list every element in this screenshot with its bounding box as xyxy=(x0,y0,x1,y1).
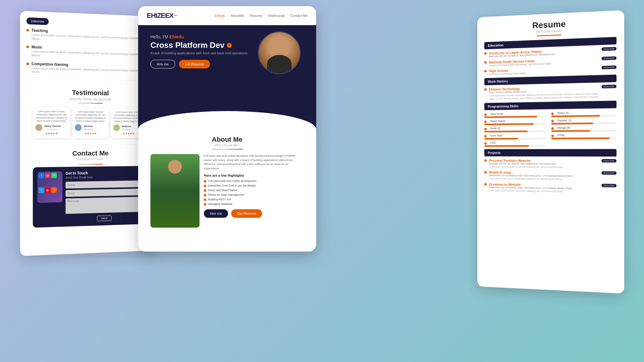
highlight-text-2: Interactive Front End as per the design xyxy=(208,184,256,187)
bullet-dot xyxy=(26,29,29,31)
instagram-icon: ◎ xyxy=(45,173,50,179)
education-entry-1: University of Legon Accra, Ghana BACHELO… xyxy=(484,47,617,58)
avatar-1 xyxy=(35,124,42,131)
skill-bar-expressjs xyxy=(551,122,593,124)
skill-label-nodejs: Node JS xyxy=(490,127,500,130)
about-sub: Why Choose Me? xyxy=(150,144,304,147)
skill-bar-reactnative xyxy=(484,123,534,125)
youtube-icon: ▶ xyxy=(45,187,50,193)
section-underline xyxy=(78,103,103,104)
test-text-1: Lorem ipsum dolor sit amet, consectetur … xyxy=(35,110,67,122)
nav-resume[interactable]: Resume xyxy=(250,14,262,17)
skill-javascript: Java Script xyxy=(484,112,546,118)
message-textarea[interactable] xyxy=(66,197,142,214)
projects-header: Projects xyxy=(484,149,617,156)
skill-bar-nodejs xyxy=(484,130,528,132)
name-input[interactable] xyxy=(66,180,142,188)
about-person-image xyxy=(150,154,200,228)
highlight-text-6: Managing database xyxy=(208,202,232,206)
test-text-2: Lorem ipsum dolor sit amet, consectetur … xyxy=(75,110,106,123)
center-panel-card: EHIZEEX~ Ehiedu AboutMe Resume Testimoni… xyxy=(138,6,316,252)
highlight-text-1: Full stack web and mobile development xyxy=(208,179,257,183)
nav-aboutme[interactable]: AboutMe xyxy=(231,14,244,17)
hire-me-button[interactable]: Hire me xyxy=(150,60,175,68)
skill-bar-css xyxy=(484,145,529,147)
skill-label-javascript: Java Script xyxy=(490,112,503,115)
skill-dot xyxy=(484,135,487,137)
submit-button[interactable]: Send xyxy=(97,215,111,221)
skill-bar-mongodb xyxy=(551,130,590,132)
highlights-title: Here are a few Highlights xyxy=(204,174,304,177)
contact-title: Contact Me xyxy=(33,149,146,158)
project-dot xyxy=(484,171,487,174)
project-title-1: Personal Portfolio Website xyxy=(489,159,601,163)
highlight-text-3: React and React Native xyxy=(208,189,237,192)
skills-header: Programming Skills xyxy=(484,101,617,110)
skill-reactnative: React Native xyxy=(484,119,546,125)
project-sub-1: BACHELOR OF SCIENCE: INFORMATION TECHNOL… xyxy=(489,162,601,166)
skill-dot xyxy=(551,127,554,129)
interest-music: Music Lorem ipsum dolor sit amet, consec… xyxy=(26,45,152,60)
avatar-name-2: Michael xyxy=(83,125,93,128)
skill-dot xyxy=(484,113,487,116)
skill-label-expressjs: Express JS xyxy=(557,119,572,122)
twitter-icon: t xyxy=(39,187,45,193)
skill-corejava: Core Java xyxy=(484,134,546,140)
skill-dot xyxy=(551,134,554,137)
nav-testimonial[interactable]: Testimonial xyxy=(268,14,285,17)
skill-label-corejava: Core Java xyxy=(490,134,502,137)
right-panel-card: Resume My Full Bio Details Education Uni… xyxy=(477,10,624,294)
highlight-6: Managing database xyxy=(204,202,304,206)
entry-dot xyxy=(484,61,487,64)
entry-dot xyxy=(484,88,487,91)
about-text: Full stack web and mobile developer with… xyxy=(204,154,304,228)
about-content: Full stack web and mobile developer with… xyxy=(150,154,304,228)
hero-title-text: Cross Platform Dev xyxy=(150,40,224,50)
project-desc-2: Lorem ipsum dolor sit amet, consectetur … xyxy=(489,177,601,181)
about-hire-button[interactable]: Hire me xyxy=(204,209,228,218)
about-description: Full stack web and mobile developer with… xyxy=(204,154,304,171)
project-1: Personal Portfolio Website BACHELOR OF S… xyxy=(484,159,617,169)
bullet-dot xyxy=(26,63,29,65)
contact-underline xyxy=(78,164,103,165)
get-resume-button[interactable]: Get Resume xyxy=(179,60,210,68)
about-resume-button[interactable]: Get Resume xyxy=(231,209,262,218)
whatsapp-icon: W xyxy=(51,172,57,178)
hero-avatar xyxy=(258,31,301,74)
nav-contact[interactable]: Contact Me xyxy=(290,14,308,17)
skill-css: CSS xyxy=(484,141,546,147)
skill-dot xyxy=(551,120,554,122)
get-in-touch-box: f ◎ W t ▶ r Get In Touch Send Your Email… xyxy=(33,166,146,228)
facebook-icon: f xyxy=(39,173,45,179)
highlight-dot xyxy=(204,185,206,187)
highlight-text-4: Redux for State Management xyxy=(208,193,244,196)
about-photo xyxy=(150,154,200,228)
avatar-role-2: Developer xyxy=(83,128,93,131)
skill-mongodb: Mongo Db xyxy=(551,126,616,132)
work-entry-1: Ehizeex Technology FULL STACK DEVELOPER/… xyxy=(484,85,617,101)
skill-bar-corejava xyxy=(484,138,518,139)
git-sub: Send Your Email Here xyxy=(66,175,142,179)
avatar-2 xyxy=(75,124,82,131)
project-desc-1: Lorem ipsum dolor sit amet, consectetur … xyxy=(489,165,601,169)
education-entry-3: High School Command Secondary School Abb… xyxy=(484,65,617,75)
avatar-name-1: Hilary Ziemba xyxy=(44,124,61,128)
project-2: Mobile E-shop Ministry Of Science And Te… xyxy=(484,171,617,182)
nav-ehiedu[interactable]: Ehiedu xyxy=(215,14,225,17)
entry-dot xyxy=(484,70,487,72)
brand-logo: EHIZEEX~ xyxy=(147,12,177,20)
skill-dot xyxy=(484,128,487,130)
about-underline xyxy=(212,149,242,150)
contact-form: Get In Touch Send Your Email Here Send xyxy=(66,170,142,222)
skill-nodejs: Node JS xyxy=(484,126,546,132)
email-input[interactable] xyxy=(66,189,142,197)
highlight-dot xyxy=(204,203,206,206)
highlight-2: Interactive Front End as per the design xyxy=(204,184,304,187)
skill-label-css: CSS xyxy=(490,141,496,144)
interest-teaching: Teaching Lorem ipsum dolor sit amet, con… xyxy=(26,28,152,44)
highlight-dot xyxy=(204,189,206,192)
project-dot xyxy=(484,183,487,186)
edu-badge-3: 2014-2018 xyxy=(601,65,616,69)
about-title: About Me xyxy=(150,136,304,144)
wave-decoration xyxy=(138,111,316,129)
